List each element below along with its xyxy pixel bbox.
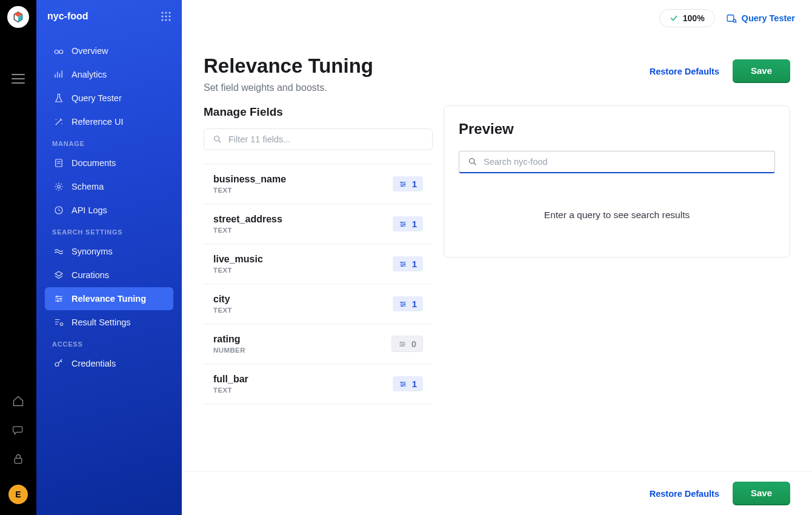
sidebar-item-credentials[interactable]: Credentials [45, 352, 173, 375]
sidebar-item-analytics[interactable]: Analytics [45, 63, 173, 86]
page-title: Relevance Tuning [204, 55, 373, 78]
query-tester-link[interactable]: Query Tester [726, 13, 795, 24]
restore-defaults-link[interactable]: Restore Defaults [650, 67, 719, 76]
weight-badge[interactable]: 1 [393, 296, 423, 311]
svg-point-5 [165, 15, 167, 17]
weight-value: 1 [412, 299, 417, 309]
sidebar-item-api-logs[interactable]: API Logs [45, 199, 173, 222]
hamburger-icon[interactable] [8, 69, 28, 88]
svg-point-32 [404, 263, 405, 264]
binoculars-icon [53, 45, 64, 56]
svg-point-27 [401, 185, 402, 186]
check-icon [670, 14, 678, 22]
user-avatar[interactable]: E [8, 485, 28, 504]
engine-name: nyc-food [47, 11, 88, 22]
weight-badge[interactable]: 1 [393, 256, 423, 271]
field-type: TEXT [213, 187, 286, 194]
progress-pill[interactable]: 100% [659, 9, 715, 27]
save-button-footer[interactable]: Save [733, 482, 790, 505]
svg-point-17 [56, 296, 58, 297]
svg-point-31 [401, 261, 402, 262]
svg-point-11 [59, 50, 63, 54]
svg-point-42 [401, 385, 402, 386]
sidebar-item-schema[interactable]: Schema [45, 175, 173, 198]
lock-icon[interactable] [8, 450, 28, 469]
sidebar-item-relevance-tuning[interactable]: Relevance Tuning [45, 287, 173, 310]
wand-icon [53, 116, 64, 127]
preview-empty-text: Enter a query to see search results [459, 210, 775, 221]
nav-group-main: Overview Analytics Query Tester Referenc… [36, 39, 182, 134]
nav-label: Query Tester [72, 93, 122, 103]
documents-icon [53, 158, 64, 168]
field-name: business_name [213, 174, 286, 185]
flask-icon [53, 93, 64, 104]
preview-panel: Preview Enter a query to see search resu… [444, 105, 790, 258]
field-name: city [213, 294, 232, 305]
field-row[interactable]: full_barTEXT1 [204, 364, 433, 404]
app-logo[interactable] [7, 6, 29, 28]
svg-point-38 [403, 343, 404, 344]
filter-fields-box[interactable] [204, 128, 433, 150]
preview-search-input[interactable] [484, 157, 766, 167]
svg-rect-14 [56, 159, 62, 167]
weight-badge[interactable]: 1 [393, 376, 423, 391]
sidebar-item-synonyms[interactable]: Synonyms [45, 240, 173, 263]
svg-point-43 [470, 159, 474, 164]
page-subtitle: Set field weights and boosts. [204, 82, 373, 93]
svg-point-1 [161, 12, 163, 13]
weight-value: 1 [412, 379, 417, 389]
svg-point-20 [60, 323, 63, 326]
nav-group-access: ACCESS Credentials [36, 334, 182, 376]
chart-icon [53, 69, 64, 80]
manage-fields-panel: Manage Fields business_nameTEXT1street_a… [204, 105, 433, 465]
svg-point-10 [55, 50, 58, 54]
field-type: TEXT [213, 267, 263, 274]
save-button[interactable]: Save [733, 59, 790, 83]
svg-point-26 [404, 183, 405, 184]
sliders-icon [399, 260, 407, 268]
field-row[interactable]: street_addressTEXT1 [204, 204, 433, 244]
weight-badge[interactable]: 0 [391, 336, 423, 352]
nav-label: Reference UI [72, 117, 123, 127]
svg-point-3 [168, 12, 170, 13]
nav-label: Credentials [72, 359, 116, 368]
restore-defaults-link-footer[interactable]: Restore Defaults [650, 489, 719, 499]
weight-badge[interactable]: 1 [393, 176, 423, 191]
svg-point-30 [401, 225, 402, 226]
home-icon[interactable] [8, 391, 28, 411]
query-tester-icon [726, 13, 737, 24]
list-gear-icon [53, 317, 64, 328]
sidebar-item-reference-ui[interactable]: Reference UI [45, 110, 173, 133]
preview-search-box[interactable] [459, 151, 775, 173]
nav-label: Synonyms [72, 247, 113, 256]
nav-label: Documents [72, 158, 116, 168]
apps-grid-icon[interactable] [161, 12, 171, 21]
weight-value: 1 [412, 219, 417, 229]
query-tester-label: Query Tester [742, 13, 795, 23]
svg-rect-0 [15, 458, 22, 463]
sidebar-item-curations[interactable]: Curations [45, 264, 173, 287]
sidebar-item-query-tester[interactable]: Query Tester [45, 87, 173, 110]
nav-label: Result Settings [72, 317, 131, 327]
search-icon [468, 157, 478, 167]
svg-point-6 [168, 15, 170, 17]
sidebar-item-documents[interactable]: Documents [45, 151, 173, 174]
svg-point-7 [161, 19, 163, 21]
field-row[interactable]: business_nameTEXT1 [204, 164, 433, 204]
svg-point-33 [401, 265, 402, 266]
nav-group-label: ACCESS [41, 334, 177, 351]
nav-label: Analytics [72, 70, 107, 79]
main-content: 100% Query Tester Relevance Tuning Set f… [182, 0, 812, 515]
field-row[interactable]: cityTEXT1 [204, 284, 433, 324]
chat-icon[interactable] [8, 420, 28, 440]
svg-point-34 [401, 301, 402, 302]
weight-badge[interactable]: 1 [393, 216, 423, 231]
layers-icon [53, 270, 64, 281]
field-row[interactable]: ratingNUMBER0 [204, 324, 433, 364]
field-row[interactable]: live_musicTEXT1 [204, 244, 433, 284]
sidebar-item-result-settings[interactable]: Result Settings [45, 311, 173, 334]
filter-fields-input[interactable] [228, 135, 424, 144]
field-type: TEXT [213, 307, 232, 314]
sliders-icon [399, 380, 407, 388]
sidebar-item-overview[interactable]: Overview [45, 39, 173, 62]
